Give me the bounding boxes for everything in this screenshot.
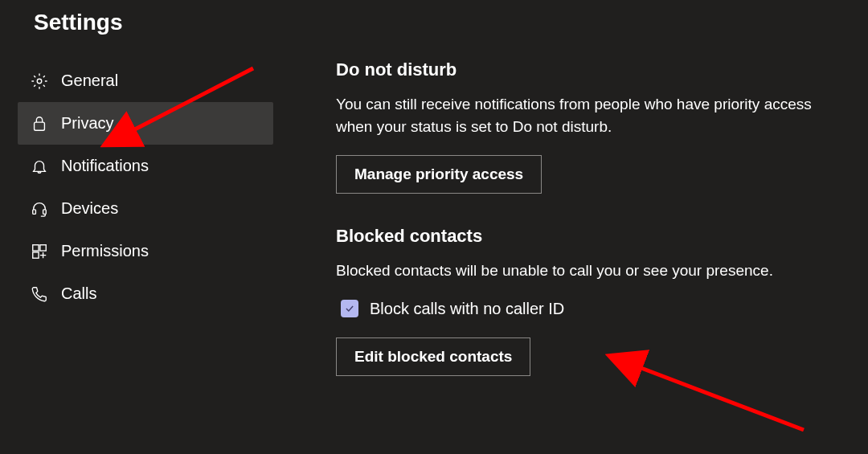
bell-icon: [31, 157, 48, 175]
section-heading-blocked: Blocked contacts: [336, 226, 839, 247]
svg-rect-4: [33, 244, 39, 250]
sidebar-item-calls[interactable]: Calls: [18, 272, 273, 315]
manage-priority-access-button[interactable]: Manage priority access: [336, 155, 542, 194]
headset-icon: [31, 200, 48, 218]
sidebar-item-devices[interactable]: Devices: [18, 187, 273, 230]
sidebar-item-label: Privacy: [61, 114, 114, 133]
permissions-icon: [31, 243, 48, 260]
sidebar-item-permissions[interactable]: Permissions: [18, 230, 273, 272]
lock-icon: [31, 115, 48, 133]
gear-icon: [31, 72, 48, 90]
sidebar-item-general[interactable]: General: [18, 59, 273, 102]
phone-icon: [31, 285, 48, 303]
sidebar-item-label: Notifications: [61, 157, 149, 175]
svg-rect-3: [43, 209, 47, 214]
sidebar-item-notifications[interactable]: Notifications: [18, 145, 273, 187]
page-title: Settings: [0, 10, 868, 59]
sidebar-item-privacy[interactable]: Privacy: [18, 102, 273, 145]
block-no-caller-id-checkbox[interactable]: [341, 300, 358, 317]
sidebar-item-label: Calls: [61, 284, 96, 303]
section-desc-blocked: Blocked contacts will be unable to call …: [336, 260, 839, 282]
main-panel: Do not disturb You can still receive not…: [273, 59, 868, 376]
section-heading-dnd: Do not disturb: [336, 59, 839, 80]
section-desc-dnd: You can still receive notifications from…: [336, 93, 839, 137]
sidebar: General Privacy Notifications Devices: [0, 59, 273, 376]
section-do-not-disturb: Do not disturb You can still receive not…: [336, 59, 839, 194]
svg-rect-2: [33, 209, 36, 214]
sidebar-item-label: General: [61, 72, 118, 90]
svg-rect-1: [35, 122, 45, 130]
block-no-caller-id-label: Block calls with no caller ID: [370, 300, 564, 318]
svg-rect-6: [33, 252, 39, 257]
section-blocked-contacts: Blocked contacts Blocked contacts will b…: [336, 226, 839, 376]
sidebar-item-label: Permissions: [61, 242, 149, 260]
svg-rect-5: [40, 244, 46, 250]
sidebar-item-label: Devices: [61, 199, 118, 218]
svg-point-0: [37, 79, 42, 84]
edit-blocked-contacts-button[interactable]: Edit blocked contacts: [336, 337, 530, 376]
